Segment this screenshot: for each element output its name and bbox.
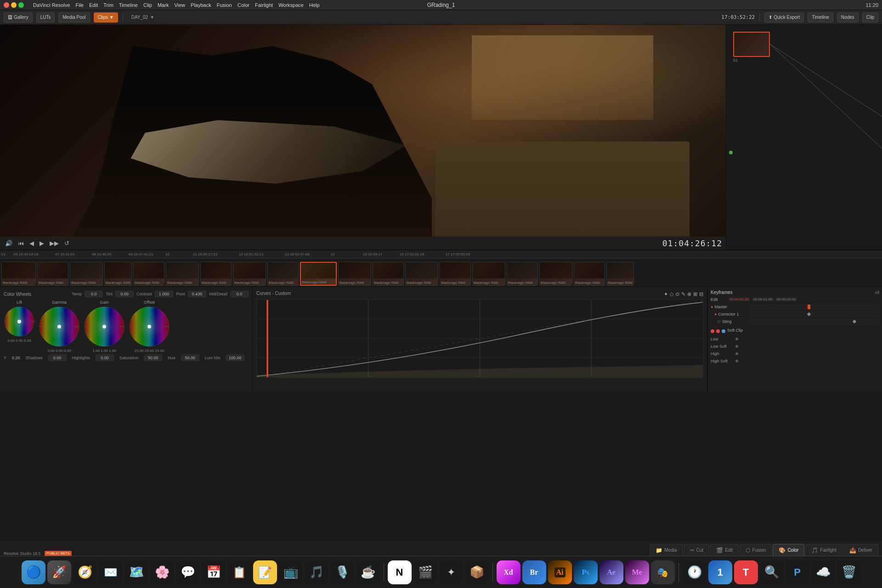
menu-item-edit[interactable]: Edit	[89, 2, 98, 8]
curves-canvas[interactable]	[256, 300, 703, 378]
dock-aftereffects[interactable]: Ae	[599, 560, 623, 584]
dock-notion[interactable]: N	[388, 560, 412, 584]
clip-button[interactable]: Clip	[862, 12, 878, 23]
dock-1password[interactable]: 1	[708, 560, 732, 584]
master-kf-timeline[interactable]	[749, 304, 879, 310]
dock-photoshop[interactable]: Ps	[574, 560, 598, 584]
video-display[interactable]	[0, 25, 726, 237]
menu-item-playback[interactable]: Playback	[191, 2, 211, 8]
shadows-input[interactable]	[48, 355, 67, 361]
volume-icon[interactable]: 🔊	[4, 240, 14, 247]
menu-item-timeline[interactable]: Timeline	[119, 2, 138, 8]
dock-maps[interactable]: 🗺️	[124, 560, 148, 584]
dock-xd[interactable]: Xd	[497, 560, 520, 584]
tab-color[interactable]: 🎨 Color	[773, 544, 804, 556]
menu-item-fairlight[interactable]: Fairlight	[255, 2, 273, 8]
clip-thumb-21[interactable]: Blackmagic RAW	[507, 262, 538, 286]
menu-item-trim[interactable]: Trim	[103, 2, 113, 8]
curves-tool-7[interactable]: ⊟	[699, 291, 703, 297]
dock-notes[interactable]: 📝	[253, 560, 277, 584]
clip-thumb-12[interactable]: Blackmagic RAW	[200, 262, 232, 286]
tab-media[interactable]: 📁 Media	[650, 544, 683, 556]
lift-wheel[interactable]	[4, 306, 35, 337]
play-to-start-button[interactable]: ⏮	[17, 240, 25, 247]
dock-clock[interactable]: 🕐	[683, 560, 707, 584]
clips-button[interactable]: Clips ▼	[94, 12, 118, 23]
dock-typeface[interactable]: T	[734, 560, 758, 584]
dock-reminders[interactable]: 📋	[227, 560, 251, 584]
dock-icloud[interactable]: ☁️	[811, 560, 835, 584]
gain-wheel[interactable]	[84, 306, 125, 347]
contrast-input[interactable]	[155, 291, 173, 297]
sting-kf-timeline[interactable]	[749, 319, 879, 324]
close-button[interactable]	[4, 2, 9, 8]
clip-thumb-10[interactable]: Blackmagic RAW	[133, 262, 164, 286]
clip-thumb-19[interactable]: Blackmagic RAW	[440, 262, 471, 286]
saturation-input[interactable]	[144, 355, 162, 361]
tab-fairlight[interactable]: 🎵 Fairlight	[805, 544, 842, 556]
dock-photos[interactable]: 🌸	[150, 560, 174, 584]
loop-button[interactable]: ↺	[63, 240, 71, 247]
play-pause-button[interactable]: ▶	[38, 240, 45, 247]
dock-safari[interactable]: 🧭	[73, 560, 97, 584]
menu-item-resolve[interactable]: DaVinci Resolve	[33, 2, 70, 8]
clip-thumb-6[interactable]: Blackmagic RAW	[1, 262, 36, 286]
dock-trash[interactable]: 🗑️	[837, 560, 861, 584]
minimize-button[interactable]	[11, 2, 17, 8]
gamma-wheel[interactable]	[39, 306, 80, 347]
clip-thumb-9[interactable]: Blackmagic RAW	[104, 262, 132, 286]
dock-figma[interactable]: ✦	[439, 560, 463, 584]
next-frame-button[interactable]: ▶▶	[48, 240, 60, 247]
dock-bridge[interactable]: Br	[522, 560, 546, 584]
gallery-button[interactable]: 🖼 Gallery	[4, 12, 33, 23]
mid-detail-input[interactable]	[230, 291, 249, 297]
menu-item-file[interactable]: File	[76, 2, 84, 8]
corrector1-kf-timeline[interactable]	[749, 311, 879, 317]
dock-mediaencoder[interactable]: Me	[625, 560, 649, 584]
clip-thumb-11[interactable]: Blackmagic RAW	[166, 262, 199, 286]
offset-wheel[interactable]	[129, 306, 170, 347]
dock-calendar[interactable]: 📅	[202, 560, 226, 584]
lum-mix-input[interactable]	[226, 355, 244, 361]
curves-tool-1[interactable]: ✦	[664, 291, 668, 297]
tint-input[interactable]	[115, 291, 134, 297]
dock-finder[interactable]: 🔵	[22, 560, 45, 584]
clip-thumb-17[interactable]: Blackmagic RAW	[373, 262, 404, 286]
dock-mail[interactable]: ✉️	[99, 560, 123, 584]
quick-export-button[interactable]: ⬆ Quick Export	[764, 12, 804, 23]
dock-davinci[interactable]: 🎬	[413, 560, 437, 584]
clip-thumb-24[interactable]: Blackmagic RAW	[606, 262, 634, 286]
clip-thumb-16[interactable]: Blackmagic RAW	[338, 262, 371, 286]
media-pool-button[interactable]: Media Pool	[58, 12, 90, 23]
dock-launchpad[interactable]: 🚀	[47, 560, 71, 584]
dock-tv[interactable]: 📺	[279, 560, 303, 584]
dock-podcasts[interactable]: 🎙️	[330, 560, 354, 584]
menu-item-fusion[interactable]: Fusion	[217, 2, 232, 8]
tab-cut[interactable]: ✂ Cut	[684, 544, 710, 556]
menu-item-color[interactable]: Color	[237, 2, 249, 8]
fullscreen-button[interactable]	[18, 2, 24, 8]
dock-davinci-resolve[interactable]: 🎭	[651, 560, 675, 584]
clip-thumb-15-active[interactable]: Blackmagic RAW	[300, 262, 337, 286]
curves-tool-4[interactable]: ✎	[681, 291, 685, 297]
dock-amphetamine[interactable]: ☕	[356, 560, 380, 584]
tab-deliver[interactable]: 📤 Deliver	[843, 544, 878, 556]
tab-edit[interactable]: 🎬 Edit	[710, 544, 739, 556]
clip-thumb-8[interactable]: Blackmagic RAW	[70, 262, 103, 286]
nodes-button[interactable]: Nodes	[837, 12, 859, 23]
clip-thumb-20[interactable]: Blackmagic RAW	[472, 262, 505, 286]
clip-thumb-7[interactable]: Blackmagic RAW	[37, 262, 68, 286]
clip-thumb-18[interactable]: Blackmagic RAW	[405, 262, 438, 286]
hue-input[interactable]	[181, 355, 199, 361]
tab-fusion[interactable]: ⬡ Fusion	[740, 544, 772, 556]
dock-music[interactable]: 🎵	[305, 560, 328, 584]
timeline-view-button[interactable]: Timeline	[808, 12, 833, 23]
menu-item-mark[interactable]: Mark	[158, 2, 169, 8]
menu-item-workspace[interactable]: Workspace	[278, 2, 304, 8]
pivot-input[interactable]	[188, 291, 206, 297]
clip-thumb-22[interactable]: Blackmagic RAW	[539, 262, 572, 286]
node-thumbnail[interactable]	[733, 32, 770, 57]
dock-illustrator[interactable]: Ai	[548, 560, 572, 584]
curves-tool-5[interactable]: ⊕	[687, 291, 691, 297]
dock-messages[interactable]: 💬	[176, 560, 200, 584]
